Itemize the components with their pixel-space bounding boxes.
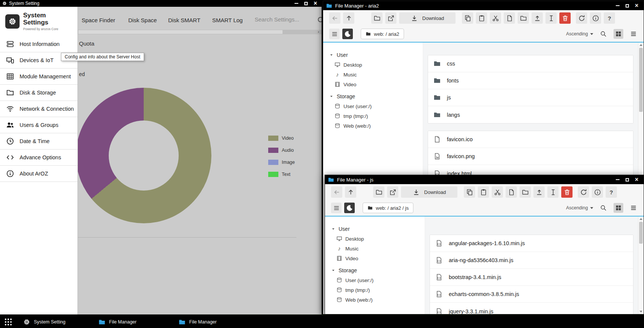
- window-titlebar[interactable]: System Setting ×: [0, 0, 322, 7]
- file-row-angular[interactable]: angular-packages-1.6.10.min.js: [430, 235, 633, 252]
- open-folder-button[interactable]: [371, 12, 383, 24]
- file-row-aria-ng[interactable]: aria-ng-da5356c403.min.js: [430, 252, 633, 269]
- copy-button[interactable]: [462, 12, 473, 24]
- menu-button[interactable]: [329, 29, 340, 39]
- tree-item-tmp-drive[interactable]: tmp (tmp:/): [325, 285, 425, 295]
- properties-button[interactable]: [590, 12, 601, 24]
- maximize-button[interactable]: [626, 4, 629, 8]
- delete-button[interactable]: [561, 186, 573, 198]
- rename-button[interactable]: [545, 12, 557, 24]
- folder-row-langs[interactable]: langs: [428, 106, 633, 123]
- settings-search-input[interactable]: [255, 16, 317, 23]
- grid-view-button[interactable]: [614, 203, 623, 213]
- up-button[interactable]: [345, 186, 356, 198]
- sidebar-item-host-information[interactable]: Host Information: [0, 36, 77, 52]
- scrollbar-thumb[interactable]: [639, 222, 643, 244]
- close-button[interactable]: ×: [635, 177, 638, 183]
- upload-button[interactable]: [533, 186, 545, 198]
- search-icon[interactable]: [318, 17, 322, 22]
- open-in-new-window-button[interactable]: [387, 186, 398, 198]
- minimize-button[interactable]: [295, 3, 298, 4]
- folder-row-js[interactable]: js: [428, 89, 633, 106]
- tree-item-web-drive[interactable]: Web (web:/): [325, 295, 425, 305]
- search-button[interactable]: [598, 29, 608, 39]
- refresh-button[interactable]: [578, 186, 589, 198]
- sidebar-item-network-connection[interactable]: Network & Connection: [0, 101, 77, 117]
- scroll-down-arrow[interactable]: [639, 311, 642, 313]
- paste-button[interactable]: [476, 12, 487, 24]
- rename-button[interactable]: [547, 186, 559, 198]
- scrollbar-thumb[interactable]: [639, 48, 643, 112]
- horizontal-scrollbar[interactable]: [78, 30, 315, 34]
- tree-item-music[interactable]: ♪Music: [323, 70, 423, 79]
- tree-item-desktop[interactable]: Desktop: [325, 234, 425, 244]
- download-button[interactable]: Download: [401, 186, 457, 198]
- new-folder-button[interactable]: [519, 186, 531, 198]
- theme-toggle-button[interactable]: [342, 29, 353, 39]
- new-file-button[interactable]: [506, 186, 517, 198]
- delete-button[interactable]: [559, 12, 571, 24]
- tab-smart-log[interactable]: SMART Log: [212, 17, 243, 24]
- breadcrumb[interactable]: web: / aria2 / js: [363, 203, 413, 213]
- apps-grid-icon[interactable]: [4, 317, 13, 326]
- properties-button[interactable]: [592, 186, 603, 198]
- breadcrumb[interactable]: web: / aria2: [361, 29, 404, 39]
- paste-button[interactable]: [478, 186, 489, 198]
- minimize-button[interactable]: [616, 179, 620, 180]
- minimize-button[interactable]: [616, 5, 620, 6]
- sidebar-item-about-aroz[interactable]: About ArOZ: [0, 166, 77, 182]
- file-row-jquery[interactable]: jquery-3.3.1.min.js: [430, 303, 633, 314]
- tab-disk-smart[interactable]: Disk SMART: [168, 17, 200, 24]
- sort-order-dropdown[interactable]: Ascending: [566, 205, 593, 211]
- tab-space-finder[interactable]: Space Finder: [82, 17, 115, 24]
- refresh-button[interactable]: [576, 12, 587, 24]
- folder-row-css[interactable]: css: [428, 55, 633, 72]
- taskbar-item-system-setting[interactable]: System Setting: [23, 316, 65, 328]
- upload-button[interactable]: [532, 12, 543, 24]
- back-button[interactable]: [331, 186, 342, 198]
- tab-disk-space[interactable]: Disk Space: [128, 17, 157, 24]
- folder-row-fonts[interactable]: fonts: [428, 72, 633, 89]
- open-folder-button[interactable]: [373, 186, 384, 198]
- maximize-button[interactable]: [626, 178, 629, 182]
- theme-toggle-button[interactable]: [344, 203, 355, 213]
- tree-item-web-drive[interactable]: Web (web:/): [323, 121, 423, 131]
- tree-item-video[interactable]: Video: [323, 79, 423, 89]
- vertical-scrollbar[interactable]: [638, 217, 644, 314]
- tree-item-music[interactable]: ♪Music: [325, 244, 425, 253]
- tree-item-tmp-drive[interactable]: tmp (tmp:/): [323, 111, 423, 121]
- close-button[interactable]: ×: [635, 3, 638, 9]
- window-titlebar[interactable]: File Manager - aria2 ×: [323, 1, 644, 10]
- up-button[interactable]: [343, 12, 354, 24]
- file-row-favicon-ico[interactable]: favicon.ico: [428, 131, 633, 148]
- grid-view-button[interactable]: [614, 29, 623, 39]
- sort-order-dropdown[interactable]: Ascending: [566, 31, 593, 37]
- list-view-button[interactable]: [629, 203, 638, 213]
- tree-section-user[interactable]: User: [323, 50, 423, 60]
- taskbar-item-file-manager-2[interactable]: File Manager: [179, 316, 217, 328]
- scroll-up-arrow[interactable]: [639, 218, 642, 220]
- back-button[interactable]: [329, 12, 340, 24]
- tree-section-storage[interactable]: Storage: [325, 265, 425, 275]
- tree-section-storage[interactable]: Storage: [323, 92, 423, 101]
- sidebar-item-advance-options[interactable]: Advance Options: [0, 150, 77, 166]
- new-file-button[interactable]: [504, 12, 515, 24]
- cut-button[interactable]: [492, 186, 503, 198]
- scrollbar-thumb[interactable]: [78, 30, 283, 34]
- copy-button[interactable]: [464, 186, 475, 198]
- close-button[interactable]: ×: [314, 0, 317, 6]
- scroll-right-button[interactable]: ›: [315, 30, 322, 34]
- taskbar-item-file-manager-1[interactable]: File Manager: [99, 316, 137, 328]
- tree-item-user-drive[interactable]: User (user:/): [323, 101, 423, 111]
- menu-button[interactable]: [331, 203, 342, 213]
- tree-item-desktop[interactable]: Desktop: [323, 60, 423, 70]
- sidebar-item-disk-storage[interactable]: Disk & Storage: [0, 85, 77, 101]
- scroll-up-arrow[interactable]: [639, 44, 642, 46]
- maximize-button[interactable]: [304, 2, 308, 5]
- file-row-echarts[interactable]: echarts-common-3.8.5.min.js: [430, 286, 633, 303]
- file-row-bootstrap[interactable]: bootstrap-3.4.1.min.js: [430, 269, 633, 286]
- new-folder-button[interactable]: [518, 12, 529, 24]
- window-titlebar[interactable]: File Manager - js ×: [325, 175, 644, 184]
- sidebar-item-date-time[interactable]: Date & Time: [0, 133, 77, 150]
- download-button[interactable]: Download: [399, 12, 456, 24]
